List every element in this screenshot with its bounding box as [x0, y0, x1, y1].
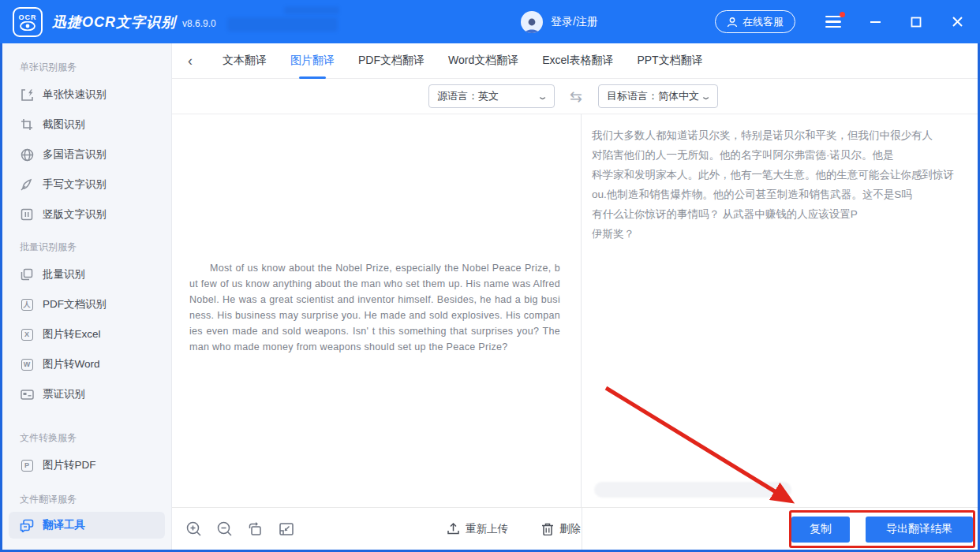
zoom-out-icon[interactable]	[216, 520, 234, 538]
vertical-text-icon	[20, 207, 34, 222]
menu-icon[interactable]	[825, 16, 843, 28]
pdf-icon: 人	[20, 297, 34, 311]
notification-dot	[840, 12, 845, 17]
crop-icon	[20, 117, 34, 132]
quick-scan-icon	[20, 88, 34, 102]
blurred-region	[227, 17, 338, 32]
chevron-down-icon: ⌄	[700, 91, 712, 102]
sidebar-item-image-to-pdf[interactable]: P 图片转PDF	[2, 450, 171, 480]
app-title: 迅捷OCR文字识别	[52, 13, 176, 32]
ticket-card-icon	[20, 387, 34, 401]
reupload-button[interactable]: 重新上传	[447, 522, 508, 536]
sidebar-item-label: 票证识别	[43, 387, 85, 401]
eye-icon	[20, 21, 36, 31]
tab-ppt-translate[interactable]: PPT文档翻译	[637, 43, 702, 79]
excel-icon: X	[20, 327, 34, 341]
sidebar-item-label: PDF文档识别	[43, 297, 107, 311]
source-text-panel[interactable]: Most of us know about the Nobel Prize, e…	[172, 114, 582, 507]
zoom-in-icon[interactable]	[185, 520, 203, 538]
sidebar-item-translate-tool[interactable]: 翻译工具	[9, 512, 165, 539]
word-icon: W	[20, 357, 34, 371]
sidebar-item-multilanguage[interactable]: 多国语言识别	[2, 140, 171, 170]
bottom-toolbar: 重新上传 删除 复制 导出翻译结果	[172, 507, 978, 550]
blurred-region	[284, 6, 339, 14]
delete-label: 删除	[559, 522, 581, 536]
sidebar-section-label: 单张识别服务	[20, 61, 171, 76]
rotate-icon[interactable]	[247, 520, 264, 538]
logo-text: OCR	[19, 13, 37, 21]
person-icon	[727, 17, 738, 28]
translation-result-panel[interactable]: 我们大多数人都知道诺贝尔奖，特别是诺贝尔和平奖，但我们中很少有人 对陷害他们的人…	[582, 114, 978, 507]
tab-text-translate[interactable]: 文本翻译	[223, 43, 267, 79]
sidebar-item-label: 图片转Excel	[43, 327, 101, 341]
user-avatar-icon	[523, 16, 540, 33]
sidebar-item-quick-recognition[interactable]: 单张快速识别	[2, 80, 171, 110]
tab-word-translate[interactable]: Word文档翻译	[448, 43, 518, 79]
delete-button[interactable]: 删除	[541, 522, 581, 536]
translate-chat-icon	[20, 518, 34, 532]
upload-icon	[447, 522, 460, 535]
blurred-region	[594, 482, 791, 498]
sidebar-item-label: 图片转PDF	[43, 458, 96, 472]
app-window: OCR 迅捷OCR文字识别 v8.6.9.0 登录/注册	[0, 0, 980, 552]
sidebar-item-handwriting[interactable]: 手写文字识别	[2, 170, 171, 200]
online-support-button[interactable]: 在线客服	[715, 10, 795, 33]
translated-line: 我们大多数人都知道诺贝尔奖，特别是诺贝尔和平奖，但我们中很少有人	[592, 125, 970, 145]
main-area: ‹ 文本翻译 图片翻译 PDF文档翻译 Word文档翻译 Excel表格翻译 P…	[172, 43, 978, 550]
translated-line: 有什么让你惊讶的事情吗？ 从武器中赚钱的人应该设置P	[592, 204, 970, 224]
sidebar-section-label: 文件转换服务	[20, 431, 171, 447]
globe-icon	[20, 147, 34, 162]
tab-excel-translate[interactable]: Excel表格翻译	[542, 43, 613, 79]
app-logo-icon: OCR	[13, 7, 43, 37]
copy-button[interactable]: 复制	[791, 517, 850, 543]
annotation-highlight-box: 复制 导出翻译结果	[789, 510, 975, 548]
panel-divider	[582, 508, 582, 550]
sidebar-item-ticket[interactable]: 票证识别	[2, 379, 171, 409]
export-result-button[interactable]: 导出翻译结果	[866, 517, 973, 543]
sidebar-item-label: 翻译工具	[43, 518, 85, 532]
online-support-label: 在线客服	[742, 15, 784, 29]
source-language-select[interactable]: 源语言：英文 ⌄	[428, 84, 555, 108]
tab-bar: ‹ 文本翻译 图片翻译 PDF文档翻译 Word文档翻译 Excel表格翻译 P…	[172, 43, 978, 79]
sidebar-section-label: 文件翻译服务	[20, 493, 171, 509]
minimize-button[interactable]	[866, 13, 884, 31]
swap-languages-icon[interactable]: ⇆	[567, 88, 585, 106]
sidebar-item-screenshot-recognition[interactable]: 截图识别	[2, 110, 171, 140]
sidebar-item-label: 图片转Word	[43, 357, 100, 371]
target-language-value: 目标语言：简体中文	[607, 89, 699, 103]
content-panels: Most of us know about the Nobel Prize, e…	[172, 114, 978, 507]
language-bar: 源语言：英文 ⌄ ⇆ 目标语言：简体中文 ⌄	[172, 79, 978, 114]
login-register-link[interactable]: 登录/注册	[551, 15, 598, 29]
sidebar-item-batch[interactable]: 批量识别	[2, 259, 171, 289]
titlebar: OCR 迅捷OCR文字识别 v8.6.9.0 登录/注册	[0, 0, 980, 43]
sidebar-item-label: 批量识别	[43, 267, 85, 282]
sidebar-item-image-to-word[interactable]: W 图片转Word	[2, 349, 171, 379]
sidebar-item-label: 手写文字识别	[43, 177, 107, 192]
sidebar-item-label: 竖版文字识别	[43, 207, 107, 222]
sidebar-item-image-to-excel[interactable]: X 图片转Excel	[2, 319, 171, 349]
translated-line: 科学家和发明家本人。此外，他有一笔大生意。他的生意可能会让你感到惊讶	[592, 165, 970, 185]
sidebar-item-label: 截图识别	[43, 117, 85, 132]
sidebar-item-pdf-recognition[interactable]: 人 PDF文档识别	[2, 289, 171, 319]
tab-image-translate[interactable]: 图片翻译	[290, 43, 335, 79]
avatar[interactable]	[521, 11, 543, 33]
sidebar-item-vertical-text[interactable]: 竖版文字识别	[2, 200, 171, 229]
translated-chinese-text: 我们大多数人都知道诺贝尔奖，特别是诺贝尔和平奖，但我们中很少有人 对陷害他们的人…	[592, 125, 970, 244]
translated-line: 对陷害他们的人一无所知。他的名字叫阿尔弗雷德·诺贝尔。他是	[592, 145, 970, 165]
reupload-label: 重新上传	[466, 522, 508, 536]
sidebar-item-label: 单张快速识别	[43, 88, 107, 102]
maximize-button[interactable]	[907, 13, 925, 31]
target-language-select[interactable]: 目标语言：简体中文 ⌄	[598, 84, 718, 108]
tab-pdf-translate[interactable]: PDF文档翻译	[358, 43, 425, 79]
sidebar: 单张识别服务 单张快速识别 截图识别 多国语言识别 手写文字识别	[2, 43, 172, 550]
pen-icon	[20, 177, 34, 192]
source-language-value: 源语言：英文	[437, 89, 499, 103]
back-icon[interactable]: ‹	[188, 53, 199, 69]
pdf-convert-icon: P	[20, 458, 34, 472]
close-button[interactable]	[948, 13, 966, 31]
app-version: v8.6.9.0	[182, 18, 216, 29]
sidebar-section-label: 批量识别服务	[20, 241, 171, 256]
sidebar-item-label: 多国语言识别	[43, 147, 107, 162]
fit-screen-icon[interactable]	[278, 520, 295, 538]
translated-line: 伊斯奖？	[592, 224, 970, 244]
